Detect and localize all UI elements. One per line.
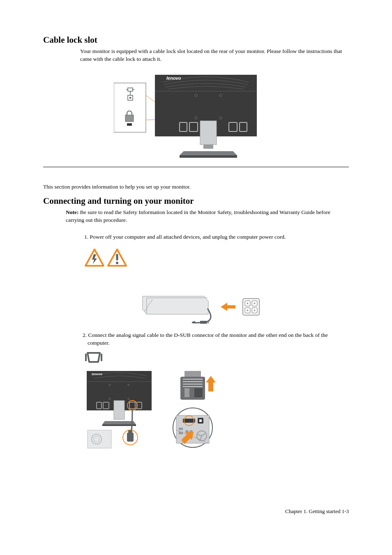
step-1: 1. Power off your computer and all attac… xyxy=(84,233,349,241)
svg-rect-30 xyxy=(116,254,118,260)
svg-point-31 xyxy=(116,262,118,264)
heading-cable-lock-slot: Cable lock slot xyxy=(43,35,349,45)
svg-rect-24 xyxy=(203,145,213,149)
svg-rect-72 xyxy=(184,371,201,377)
svg-text:lenovo: lenovo xyxy=(92,372,102,376)
electrical-warning-icon xyxy=(85,249,104,266)
figure-cable-lock-slot: lenovo xyxy=(27,71,349,161)
svg-point-47 xyxy=(247,310,248,311)
section-divider xyxy=(43,167,349,167)
warning-icons-row xyxy=(84,248,349,270)
figure-connect-dsub: lenovo xyxy=(84,368,349,451)
svg-rect-50 xyxy=(101,354,102,361)
svg-marker-63 xyxy=(102,421,136,424)
svg-rect-90 xyxy=(179,432,183,434)
note-block: Note: Be sure to read the Safety Informa… xyxy=(66,209,349,224)
svg-rect-68 xyxy=(128,430,132,433)
svg-marker-39 xyxy=(221,303,235,311)
heading-connecting: Connecting and turning on your monitor xyxy=(43,196,349,206)
svg-marker-80 xyxy=(206,376,216,391)
svg-marker-28 xyxy=(92,254,97,264)
svg-point-46 xyxy=(254,303,255,304)
svg-rect-8 xyxy=(127,123,132,126)
svg-rect-89 xyxy=(179,428,183,430)
svg-rect-67 xyxy=(127,433,134,442)
para-setup-intro: This section provides information to hel… xyxy=(43,184,349,190)
svg-marker-26 xyxy=(180,155,237,158)
svg-rect-6 xyxy=(129,97,131,99)
svg-rect-49 xyxy=(85,354,87,361)
svg-rect-62 xyxy=(114,401,125,419)
vga-port-icon xyxy=(84,351,349,365)
svg-point-48 xyxy=(254,310,255,311)
svg-rect-79 xyxy=(194,388,203,397)
svg-rect-84 xyxy=(183,419,195,423)
svg-rect-36 xyxy=(200,321,207,324)
para-cable-lock-slot: Your monitor is equipped with a cable lo… xyxy=(80,48,349,63)
general-warning-icon xyxy=(108,249,126,266)
svg-point-45 xyxy=(247,303,248,304)
svg-rect-7 xyxy=(125,115,134,122)
svg-marker-64 xyxy=(102,424,136,426)
figure-monitor-rear: lenovo xyxy=(155,75,257,158)
svg-marker-25 xyxy=(180,151,237,155)
svg-rect-78 xyxy=(184,388,189,397)
note-label: Note: xyxy=(66,209,78,215)
page-footer: Chapter 1. Getting started 1-3 xyxy=(43,508,349,515)
svg-rect-23 xyxy=(200,121,217,145)
step-2: 2. Connect the analog signal cable to th… xyxy=(88,332,349,347)
svg-rect-86 xyxy=(199,419,202,422)
figure-unplug xyxy=(51,289,349,326)
svg-marker-32 xyxy=(143,296,208,314)
brand-text: lenovo xyxy=(166,76,181,81)
note-text: Be sure to read the Safety Information l… xyxy=(66,209,330,223)
